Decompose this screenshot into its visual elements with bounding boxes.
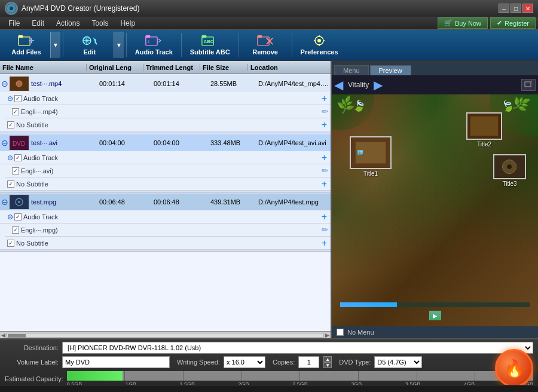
writing-speed-select[interactable]: x 16.0: [224, 356, 265, 368]
remove-audio-3-button[interactable]: ⊖: [7, 213, 13, 221]
burn-button-area[interactable]: 🔥: [495, 349, 533, 387]
svg-line-16: [158, 39, 161, 41]
burn-flame-icon: 🔥: [504, 359, 525, 378]
edit-audio-3-button[interactable]: ✏: [322, 225, 328, 234]
no-menu-checkbox[interactable]: [337, 329, 344, 336]
menu-help[interactable]: Help: [114, 18, 141, 29]
add-audio-3-button[interactable]: +: [322, 212, 327, 222]
dvd-title-2[interactable]: Title2: [466, 112, 502, 148]
horizontal-scrollbar[interactable]: ◀ ▶: [0, 331, 331, 338]
remove-file-3-button[interactable]: ⊖: [1, 197, 8, 207]
volume-row: Volume Label: Writing Speed: x 16.0 Copi…: [5, 356, 533, 368]
remove-audio-1-button[interactable]: ⊖: [7, 94, 13, 103]
file-row: ⊖ test.mpg 00:06:48 00:06:48 439.31MB D:…: [0, 192, 331, 252]
edit-dropdown[interactable]: ▼: [114, 32, 124, 58]
file-3-row-main[interactable]: ⊖ test.mpg 00:06:48 00:06:48 439.31MB D:…: [0, 194, 331, 210]
dvd-title-3[interactable]: Title3: [493, 154, 526, 187]
menu-bar-right: 🛒 Buy Now ✔ Register: [438, 17, 536, 29]
subtitle-button[interactable]: ABC Subtitle ABC: [184, 32, 236, 58]
audio-sub-2-checkbox[interactable]: ✓: [12, 167, 19, 174]
copies-input[interactable]: [298, 356, 319, 368]
minimize-button[interactable]: –: [499, 4, 509, 13]
col-trim-header: Trimmed Lengt: [143, 64, 200, 71]
play-btn-area: ▶: [338, 310, 532, 321]
preferences-button[interactable]: Preferences: [295, 32, 344, 58]
edit-menu-button[interactable]: [521, 79, 536, 91]
remove-file-1-button[interactable]: ⊖: [1, 79, 8, 88]
capacity-ticks: [67, 371, 533, 381]
burn-button[interactable]: 🔥: [495, 349, 533, 387]
buy-now-button[interactable]: 🛒 Buy Now: [438, 17, 488, 29]
estimated-capacity-label: Estimated Capacity:: [5, 375, 63, 382]
menu-actions[interactable]: Actions: [50, 18, 85, 29]
toolbar: Add Files ▼ Edit ▼: [0, 30, 538, 61]
edit-group: Edit ▼: [66, 32, 124, 58]
subtitle-1-checkbox[interactable]: ✓: [7, 121, 14, 128]
menu-file[interactable]: File: [2, 18, 26, 29]
edit-audio-1-button[interactable]: ✏: [322, 107, 328, 116]
svg-line-39: [531, 81, 532, 82]
menu-tab[interactable]: Menu: [334, 65, 369, 75]
dvd-title-1[interactable]: 🏙️ Title1: [350, 136, 392, 177]
subtitle-3-checkbox[interactable]: ✓: [7, 240, 14, 247]
menu-edit[interactable]: Edit: [26, 18, 50, 29]
maximize-button[interactable]: □: [511, 4, 521, 13]
cart-icon: 🛒: [444, 19, 453, 27]
copies-spinner: ▲ ▼: [323, 356, 332, 368]
scroll-thumb[interactable]: [8, 334, 26, 338]
audio-track-button[interactable]: ♪ Audio Track: [129, 32, 179, 58]
add-subtitle-1-button[interactable]: +: [322, 120, 327, 130]
edit-audio-2-button[interactable]: ✏: [322, 166, 328, 175]
svg-point-26: [317, 39, 321, 42]
audio-sub-3-checkbox[interactable]: ✓: [12, 226, 19, 234]
prev-theme-button[interactable]: ◀: [334, 78, 343, 92]
dvd-type-select[interactable]: D5 (4.7G): [374, 356, 422, 368]
file-row: ⊖ test···.mp4 00:01:14 00:01:14 28.55MB …: [0, 74, 331, 133]
add-subtitle-3-button[interactable]: +: [322, 238, 327, 249]
dvd-progress-area: ▶: [338, 302, 532, 321]
file-2-row-main[interactable]: ⊖ DVD test···.avi 00:04:00 00:04:00 333.…: [0, 134, 331, 151]
remove-file-2-button[interactable]: ⊖: [1, 138, 8, 148]
copies-down-button[interactable]: ▼: [323, 362, 332, 368]
svg-point-1: [10, 7, 13, 10]
file-row-main[interactable]: ⊖ test···.mp4 00:01:14 00:01:14 28.55MB …: [0, 75, 331, 92]
add-files-dropdown[interactable]: ▼: [50, 32, 60, 58]
add-audio-2-button[interactable]: +: [322, 152, 327, 163]
preferences-icon: [311, 34, 328, 47]
subtitle-2-checkbox[interactable]: ✓: [7, 180, 14, 188]
file-2-size: 333.48MB: [210, 139, 258, 146]
scroll-track[interactable]: [7, 333, 324, 338]
menu-bar: File Edit Actions Tools Help 🛒 Buy Now ✔…: [0, 17, 538, 30]
add-subtitle-2-button[interactable]: +: [322, 179, 327, 189]
subtitle-3-label: No Subtitle: [16, 240, 322, 247]
menu-tools[interactable]: Tools: [85, 18, 114, 29]
file-list-panel: File Name Original Leng Trimmed Lengt Fi…: [0, 61, 332, 338]
toolbar-divider-1: [63, 33, 63, 57]
add-audio-1-button[interactable]: +: [322, 93, 327, 104]
next-theme-button[interactable]: ▶: [374, 78, 383, 92]
scroll-right-arrow[interactable]: ▶: [325, 332, 329, 338]
toolbar-divider-2: [126, 33, 127, 57]
audio-3-checkbox[interactable]: ✓: [14, 213, 22, 220]
file-1-audio-sub-row: ✓ Engli···.mp4) ✏: [5, 105, 331, 118]
play-button[interactable]: ▶: [429, 311, 441, 320]
volume-input[interactable]: [62, 356, 170, 368]
audio-2-checkbox[interactable]: ✓: [14, 154, 22, 161]
preview-nav: ◀ Vitality ▶: [332, 75, 538, 94]
remove-button[interactable]: Remove: [242, 32, 289, 58]
scroll-left-arrow[interactable]: ◀: [1, 332, 5, 338]
subtitle-icon: ABC: [201, 34, 218, 47]
title-bar: AnyMP4 DVD Creator (Unregistered) – □ ✕: [0, 0, 538, 17]
preview-tab[interactable]: Preview: [370, 65, 411, 75]
file-3-subtitle-row: ✓ No Subtitle +: [0, 237, 331, 250]
copies-up-button[interactable]: ▲: [323, 356, 332, 362]
add-files-button[interactable]: Add Files: [2, 32, 50, 58]
audio-sub-1-checkbox[interactable]: ✓: [12, 108, 19, 115]
register-button[interactable]: ✔ Register: [490, 17, 536, 29]
toolbar-divider-5: [292, 33, 292, 57]
destination-select[interactable]: [H] PIONEER DVD-RW DVR-118L 1.02 (Usb): [62, 342, 533, 354]
audio-1-checkbox[interactable]: ✓: [14, 95, 22, 102]
close-button[interactable]: ✕: [522, 4, 533, 13]
edit-button[interactable]: Edit: [66, 32, 114, 58]
remove-audio-2-button[interactable]: ⊖: [7, 154, 13, 162]
